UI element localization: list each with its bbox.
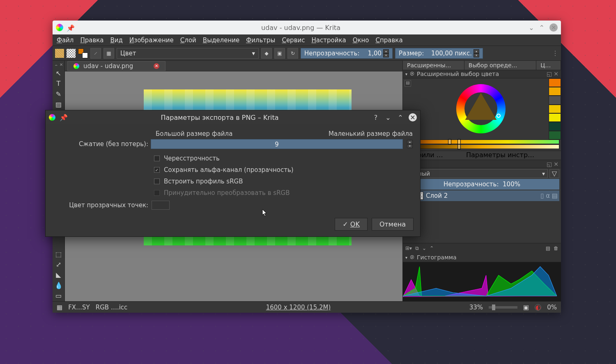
float-icon[interactable]: ◱	[547, 71, 552, 77]
checkbox-checked-icon[interactable]: ✓	[154, 167, 160, 173]
menu-select[interactable]: Выделение	[203, 37, 239, 44]
move-up-icon[interactable]: ⌃	[430, 245, 434, 251]
alpha-lock-toggle[interactable]: ▣	[274, 48, 285, 59]
tab-digital-color[interactable]: Ц…	[536, 61, 561, 70]
lock-icon[interactable]: ⦿	[410, 255, 414, 260]
move-tool[interactable]: ↖	[54, 69, 63, 77]
tab-close-icon[interactable]: ✕	[154, 63, 159, 69]
dock-tabs-top: Расширенны… Выбор опреде… Ц…	[403, 61, 561, 70]
layer-opacity-slider[interactable]: Непрозрачность: 100%	[405, 179, 559, 190]
menu-window[interactable]: Окно	[353, 37, 369, 44]
checkbox-unchecked-icon[interactable]	[154, 179, 160, 184]
color-selector[interactable]: ▤	[403, 78, 561, 140]
interlace-checkbox-row[interactable]: Чересстрочность	[154, 155, 413, 162]
maximize-button[interactable]: ⌃	[539, 24, 545, 32]
grid-icon[interactable]: ▦	[57, 304, 62, 311]
menu-tools[interactable]: Сервис	[282, 37, 305, 44]
alpha-checkbox-row[interactable]: ✓ Сохранять альфа-канал (прозрачность)	[154, 166, 413, 174]
minimize-button[interactable]: ⌄	[384, 113, 392, 121]
help-button[interactable]: ?	[372, 113, 380, 121]
zoom-slider[interactable]	[489, 306, 517, 309]
checkbox-unchecked-icon[interactable]	[154, 156, 160, 161]
layer-name[interactable]: Слой 2	[426, 192, 448, 199]
transform-tool[interactable]: ⤢	[54, 261, 63, 268]
color-history[interactable]	[549, 78, 561, 140]
blend-mode-value: Цвет	[120, 50, 136, 57]
menu-filter[interactable]: Фильтры	[246, 37, 275, 44]
crop-tool[interactable]: ⬚	[54, 250, 63, 258]
layer-lock-icons[interactable]: ▯ α ▤	[540, 192, 558, 199]
status-profile[interactable]: RGB ….icc	[96, 304, 128, 311]
layer-row[interactable]: 👁 Слой 2 ▯ α ▤	[405, 190, 559, 201]
dialog-title: Параметры экспорта в PNG – Krita	[72, 114, 368, 121]
tab-tool-options[interactable]: Параметры инстр…	[466, 151, 561, 160]
spinner-up-icon[interactable]: ▴	[473, 49, 479, 53]
delete-icon[interactable]: 🗑	[554, 245, 559, 251]
settings-icon[interactable]: ▤	[405, 80, 411, 87]
transparent-color-well[interactable]	[152, 201, 170, 210]
close-button[interactable]: ✕	[549, 23, 558, 32]
menu-image[interactable]: Изображение	[129, 37, 174, 44]
brush-button[interactable]: ⟋	[90, 48, 101, 59]
zoom-fit-icon[interactable]: ▣	[523, 304, 529, 311]
spinner-down-icon[interactable]: ▾	[383, 53, 389, 57]
reload-preset-button[interactable]: ↻	[287, 48, 298, 59]
picker-tool[interactable]: 💧	[54, 282, 63, 289]
spinner-down-icon[interactable]: ▾	[407, 144, 413, 148]
document-tab[interactable]: udav - udav.png ✕	[67, 61, 165, 71]
layer-filter-button[interactable]: ▽	[549, 169, 559, 178]
float-icon[interactable]: ◱	[547, 161, 552, 167]
minimize-button[interactable]: ⌄	[529, 24, 534, 32]
brush-size-spinner[interactable]: Размер: 100,00 пикс. ▴▾	[395, 48, 483, 59]
spinner-down-icon[interactable]: ▾	[473, 53, 479, 57]
tab-specific-color[interactable]: Выбор опреде…	[464, 61, 537, 70]
spinner-up-icon[interactable]: ▴	[407, 140, 413, 144]
spinner-up-icon[interactable]: ▴	[383, 49, 389, 53]
menu-settings[interactable]: Настройка	[311, 37, 346, 44]
close-panel-icon[interactable]: ✕	[554, 71, 559, 77]
close-panel-icon[interactable]: ✕	[554, 161, 559, 167]
collapse-icon[interactable]: ▾	[405, 72, 407, 76]
menu-help[interactable]: Справка	[376, 37, 403, 44]
pattern-preset-button[interactable]	[67, 49, 76, 58]
opacity-spinner[interactable]: Непрозрачность: 1,00 ▴▾	[301, 48, 393, 59]
color-sliders[interactable]	[403, 140, 561, 151]
fill-tool[interactable]: ◣	[54, 271, 63, 279]
move-down-icon[interactable]: ⌄	[422, 245, 426, 251]
srgb-checkbox-row[interactable]: Встроить профиль sRGB	[154, 178, 413, 185]
toolbar-overflow-icon[interactable]: ⋮	[552, 49, 559, 57]
layer-blend-combo[interactable]: альный▾	[405, 169, 548, 178]
dialog-close-button[interactable]: ✕	[409, 113, 417, 121]
status-zoom[interactable]: 33%	[469, 304, 483, 311]
fg-bg-colors[interactable]	[78, 48, 88, 58]
duplicate-icon[interactable]: ⧉	[415, 245, 419, 251]
rect-select-tool[interactable]: ▭	[54, 292, 63, 300]
settings-icon[interactable]: ▤	[546, 245, 550, 251]
lock-icon[interactable]: ⦿	[410, 71, 414, 77]
collapse-icon[interactable]: ▾	[405, 255, 407, 260]
eraser-toggle[interactable]: ◆	[261, 48, 272, 59]
pin-icon[interactable]: 📌	[67, 24, 73, 31]
shape-edit-tool[interactable]: ✎	[54, 90, 63, 98]
tab-advanced-color[interactable]: Расширенны…	[403, 61, 464, 70]
menu-view[interactable]: Вид	[110, 37, 123, 44]
brush-presets-button[interactable]: ▦	[103, 48, 114, 59]
menu-layer[interactable]: Слой	[180, 37, 196, 44]
text-tool[interactable]: T	[54, 80, 63, 87]
compression-slider[interactable]: 9	[151, 139, 403, 149]
menu-edit[interactable]: Правка	[80, 37, 103, 44]
calligraphy-tool[interactable]: ▨	[54, 101, 63, 108]
add-icon[interactable]: ⊞▾	[405, 245, 412, 251]
color-panel-title: Расширенный выбор цвета	[417, 71, 499, 77]
cancel-button[interactable]: Отмена	[372, 218, 414, 231]
rotation-indicator[interactable]: ◐	[535, 304, 541, 311]
color-wheel[interactable]	[413, 78, 549, 140]
gradient-preset-button[interactable]	[55, 49, 64, 58]
ok-button[interactable]: ✓ OK	[335, 218, 368, 231]
pin-icon[interactable]: 📌	[60, 114, 68, 121]
maximize-button[interactable]: ⌃	[396, 113, 405, 121]
status-angle[interactable]: 0%	[547, 304, 557, 311]
blend-mode-combo[interactable]: Цвет ▾	[117, 48, 259, 59]
menu-file[interactable]: Файл	[57, 37, 74, 44]
dock-pin-icon[interactable]: ⫠ ✕	[54, 62, 63, 67]
